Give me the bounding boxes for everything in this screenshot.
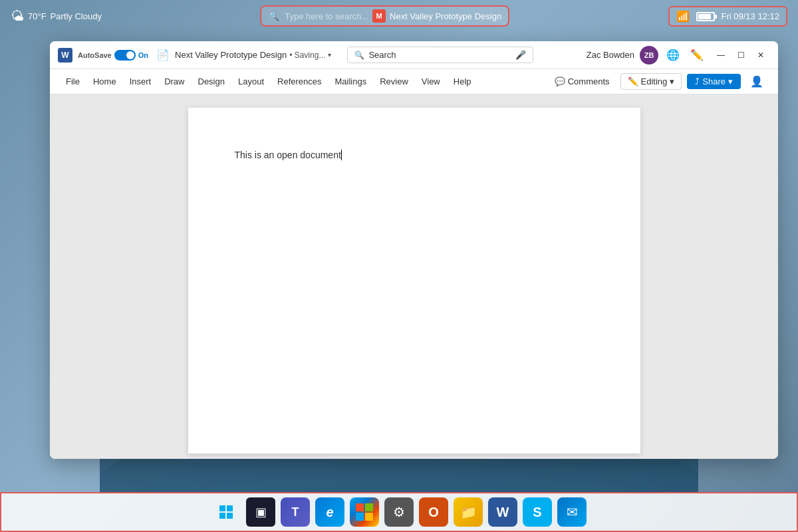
document-title: Next Valley Prototype Design (175, 50, 287, 60)
settings-icon: ⚙ (393, 504, 405, 520)
user-avatar[interactable]: ZB (640, 46, 658, 65)
editing-button[interactable]: ✏️ Editing ▾ (620, 73, 682, 90)
share-button[interactable]: ⤴ Share ▾ (687, 74, 741, 89)
comments-label: Comments (568, 76, 610, 86)
title-bar-right: Zac Bowden ZB 🌐 ✏️ (587, 46, 706, 65)
mail-icon: ✉ (567, 504, 578, 520)
search-icon: 🔍 (268, 11, 279, 21)
mic-icon[interactable]: 🎤 (515, 50, 526, 60)
menu-help[interactable]: Help (448, 74, 477, 89)
avatar-initials: ZB (644, 51, 654, 59)
people-button[interactable]: 👤 (746, 72, 767, 90)
editing-label: Editing (641, 76, 668, 86)
datetime: Fri 09/13 12:12 (722, 11, 779, 21)
doc-icon: 📄 (156, 49, 170, 61)
ribbon-right: 💬 Comments ✏️ Editing ▾ ⤴ Share ▾ 👤 (549, 72, 767, 90)
maximize-button[interactable]: ☐ (732, 46, 750, 65)
svg-rect-8 (365, 513, 373, 521)
menu-home[interactable]: Home (88, 74, 122, 89)
title-bar: W AutoSave On 📄 Next Valley Prototype De… (50, 41, 778, 69)
globe-button[interactable]: 🌐 (664, 46, 682, 64)
window-controls: — ☐ ✕ (712, 46, 770, 65)
menu-layout[interactable]: Layout (233, 74, 269, 89)
document-area[interactable]: This is an open document (50, 94, 778, 459)
weather-icon: 🌤 (11, 9, 24, 24)
svg-rect-7 (356, 513, 364, 521)
toggle-thumb (126, 51, 134, 59)
taskbar-icon-edge[interactable]: e (315, 497, 344, 527)
search-placeholder: Type here to search... (285, 11, 368, 21)
close-button[interactable]: ✕ (751, 46, 770, 65)
menu-review[interactable]: Review (374, 74, 414, 89)
saving-status: • Saving... (289, 51, 325, 60)
text-cursor (341, 150, 342, 160)
microsoft365-icon: M (372, 9, 386, 23)
menu-design[interactable]: Design (193, 74, 230, 89)
search-bar-text: Search (368, 50, 511, 60)
pen-icon: ✏️ (628, 76, 638, 86)
user-name: Zac Bowden (587, 50, 634, 60)
weather-condition: Partly Cloudy (51, 11, 102, 21)
taskbar-bottom: ▣ T e ⚙ O 📁 W S (0, 492, 798, 532)
taskbar-icon-settings[interactable]: ⚙ (384, 497, 414, 527)
comment-icon: 💬 (555, 76, 565, 86)
word-taskbar-icon: W (497, 505, 509, 520)
edge-icon: e (326, 505, 333, 520)
taskbar-icon-task-view[interactable]: ▣ (246, 497, 275, 527)
menu-file[interactable]: File (61, 74, 85, 89)
skype-icon: S (533, 505, 541, 520)
svg-rect-1 (219, 505, 225, 511)
menu-draw[interactable]: Draw (159, 74, 190, 89)
wifi-icon: 📶 (676, 10, 690, 23)
minimize-button[interactable]: — (712, 46, 730, 65)
teams-icon: T (292, 505, 299, 519)
weather-widget[interactable]: 🌤 70°F Partly Cloudy (11, 9, 102, 24)
svg-rect-4 (227, 513, 233, 519)
menu-references[interactable]: References (272, 74, 327, 89)
doc-title-section[interactable]: Next Valley Prototype Design • Saving...… (175, 50, 331, 60)
share-chevron-icon: ▾ (728, 76, 733, 86)
taskbar-icon-teams[interactable]: T (281, 497, 310, 527)
menu-view[interactable]: View (416, 74, 446, 89)
autosave-toggle[interactable] (114, 50, 136, 61)
document-content[interactable]: This is an open document (235, 148, 594, 162)
search-input-area[interactable]: 🔍 Type here to search... (268, 11, 368, 21)
svg-rect-2 (227, 505, 233, 511)
file-explorer-icon: 📁 (460, 504, 477, 520)
taskbar-icon-word[interactable]: W (488, 497, 517, 527)
share-label: Share (702, 76, 726, 86)
word-search-bar[interactable]: 🔍 Search 🎤 (347, 47, 533, 63)
top-search-bar[interactable]: 🔍 Type here to search... M Next Valley P… (260, 5, 509, 27)
autosave-state: On (138, 51, 148, 59)
autosave-section[interactable]: AutoSave On (78, 50, 148, 61)
menu-mailings[interactable]: Mailings (330, 74, 372, 89)
pen-button[interactable]: ✏️ (688, 46, 706, 64)
svg-rect-3 (219, 513, 225, 519)
editing-chevron-icon: ▾ (670, 76, 674, 86)
weather-temperature: 70°F (28, 11, 47, 21)
document-text-content: This is an open document (235, 150, 341, 160)
taskbar-icon-skype[interactable]: S (523, 497, 552, 527)
taskbar-icon-windows-start[interactable] (211, 497, 241, 527)
taskbar-icon-mail[interactable]: ✉ (557, 497, 587, 527)
autosave-label: AutoSave (78, 51, 112, 59)
battery-icon (696, 10, 715, 22)
share-icon: ⤴ (695, 76, 700, 86)
ribbon-menu: File Home Insert Draw Design Layout Refe… (50, 69, 778, 94)
document-page[interactable]: This is an open document (188, 108, 640, 454)
svg-rect-5 (356, 503, 364, 511)
title-chevron-icon[interactable]: ▾ (328, 51, 331, 59)
taskbar-top: 🌤 70°F Partly Cloudy 🔍 Type here to sear… (0, 0, 798, 32)
taskview-icon: ▣ (255, 505, 267, 519)
search-doc-name: Next Valley Prototype Design (390, 11, 501, 21)
menu-insert[interactable]: Insert (124, 74, 157, 89)
taskbar-icon-store[interactable] (350, 497, 379, 527)
system-tray[interactable]: 📶 Fri 09/13 12:12 (668, 6, 787, 27)
taskbar-icon-file-explorer[interactable]: 📁 (454, 497, 483, 527)
word-logo: W (58, 48, 72, 63)
desktop: 🌤 70°F Partly Cloudy 🔍 Type here to sear… (0, 0, 798, 532)
taskbar-icon-office[interactable]: O (419, 497, 448, 527)
search-bar-icon: 🔍 (354, 51, 364, 60)
office-icon: O (428, 505, 439, 520)
comments-button[interactable]: 💬 Comments (549, 74, 615, 89)
